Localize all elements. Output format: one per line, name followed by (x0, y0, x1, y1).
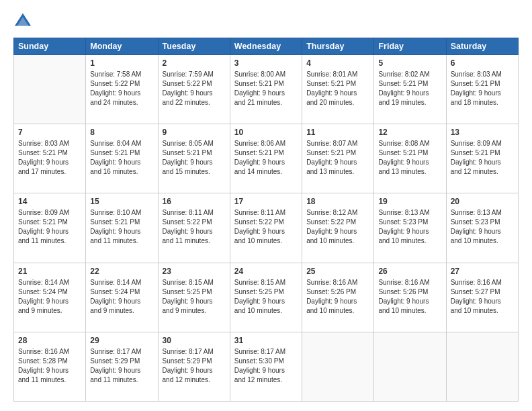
cell-text: Sunrise: 8:10 AMSunset: 5:21 PMDaylight:… (90, 208, 153, 246)
day-number: 9 (163, 128, 226, 137)
day-number: 29 (90, 336, 153, 345)
header (13, 12, 519, 31)
cell-text: Sunrise: 8:17 AMSunset: 5:29 PMDaylight:… (163, 347, 226, 385)
calendar-cell: 18Sunrise: 8:12 AMSunset: 5:22 PMDayligh… (302, 193, 374, 263)
calendar-week-2: 7Sunrise: 8:03 AMSunset: 5:21 PMDaylight… (14, 124, 519, 193)
calendar-header-row: SundayMondayTuesdayWednesdayThursdayFrid… (14, 38, 519, 55)
cell-text: Sunrise: 8:08 AMSunset: 5:21 PMDaylight:… (378, 139, 441, 177)
cell-text: Sunrise: 8:13 AMSunset: 5:23 PMDaylight:… (451, 208, 514, 246)
day-number: 14 (18, 197, 81, 206)
calendar-cell: 25Sunrise: 8:16 AMSunset: 5:26 PMDayligh… (302, 263, 374, 332)
calendar-cell: 12Sunrise: 8:08 AMSunset: 5:21 PMDayligh… (374, 124, 446, 193)
cell-text: Sunrise: 8:06 AMSunset: 5:21 PMDaylight:… (234, 139, 298, 177)
calendar-cell: 5Sunrise: 8:02 AMSunset: 5:21 PMDaylight… (374, 55, 446, 124)
calendar-cell (446, 332, 518, 401)
cell-text: Sunrise: 8:00 AMSunset: 5:21 PMDaylight:… (234, 70, 298, 107)
day-number: 24 (234, 267, 298, 276)
cell-text: Sunrise: 7:59 AMSunset: 5:22 PMDaylight:… (163, 70, 226, 107)
day-number: 22 (90, 267, 153, 276)
calendar-week-1: 1Sunrise: 7:58 AMSunset: 5:22 PMDaylight… (14, 55, 519, 124)
day-number: 18 (306, 197, 369, 206)
day-number: 21 (18, 267, 81, 276)
calendar-cell: 1Sunrise: 7:58 AMSunset: 5:22 PMDaylight… (86, 55, 158, 124)
cell-text: Sunrise: 8:09 AMSunset: 5:21 PMDaylight:… (451, 139, 514, 177)
calendar-cell: 10Sunrise: 8:06 AMSunset: 5:21 PMDayligh… (230, 124, 302, 193)
calendar-cell: 13Sunrise: 8:09 AMSunset: 5:21 PMDayligh… (446, 124, 518, 193)
calendar-cell: 3Sunrise: 8:00 AMSunset: 5:21 PMDaylight… (230, 55, 302, 124)
day-number: 25 (306, 267, 369, 276)
calendar-cell: 22Sunrise: 8:14 AMSunset: 5:24 PMDayligh… (86, 263, 158, 332)
cell-text: Sunrise: 8:17 AMSunset: 5:30 PMDaylight:… (234, 347, 298, 385)
calendar-cell (374, 332, 446, 401)
calendar-week-3: 14Sunrise: 8:09 AMSunset: 5:21 PMDayligh… (14, 193, 519, 263)
cell-text: Sunrise: 8:04 AMSunset: 5:21 PMDaylight:… (90, 139, 153, 177)
calendar-cell (302, 332, 374, 401)
cell-text: Sunrise: 8:16 AMSunset: 5:27 PMDaylight:… (451, 278, 514, 316)
day-number: 26 (378, 267, 441, 276)
calendar-cell: 23Sunrise: 8:15 AMSunset: 5:25 PMDayligh… (158, 263, 230, 332)
day-number: 7 (18, 128, 81, 137)
calendar-header-saturday: Saturday (446, 38, 518, 55)
day-number: 27 (451, 267, 514, 276)
day-number: 28 (18, 336, 81, 345)
cell-text: Sunrise: 8:05 AMSunset: 5:21 PMDaylight:… (163, 139, 226, 177)
calendar-cell: 6Sunrise: 8:03 AMSunset: 5:21 PMDaylight… (446, 55, 518, 124)
calendar-cell: 28Sunrise: 8:16 AMSunset: 5:28 PMDayligh… (14, 332, 86, 401)
cell-text: Sunrise: 8:15 AMSunset: 5:25 PMDaylight:… (234, 278, 298, 316)
cell-text: Sunrise: 8:03 AMSunset: 5:21 PMDaylight:… (451, 70, 514, 107)
calendar-header-wednesday: Wednesday (230, 38, 302, 55)
cell-text: Sunrise: 8:02 AMSunset: 5:21 PMDaylight:… (378, 70, 441, 107)
cell-text: Sunrise: 8:01 AMSunset: 5:21 PMDaylight:… (306, 70, 369, 107)
calendar-cell: 11Sunrise: 8:07 AMSunset: 5:21 PMDayligh… (302, 124, 374, 193)
calendar-cell: 2Sunrise: 7:59 AMSunset: 5:22 PMDaylight… (158, 55, 230, 124)
day-number: 3 (234, 58, 298, 68)
day-number: 8 (90, 128, 153, 137)
calendar-cell: 20Sunrise: 8:13 AMSunset: 5:23 PMDayligh… (446, 193, 518, 263)
calendar-cell: 26Sunrise: 8:16 AMSunset: 5:26 PMDayligh… (374, 263, 446, 332)
calendar-cell: 9Sunrise: 8:05 AMSunset: 5:21 PMDaylight… (158, 124, 230, 193)
cell-text: Sunrise: 8:11 AMSunset: 5:22 PMDaylight:… (234, 208, 298, 246)
calendar-cell (14, 55, 86, 124)
calendar-cell: 14Sunrise: 8:09 AMSunset: 5:21 PMDayligh… (14, 193, 86, 263)
calendar-cell: 19Sunrise: 8:13 AMSunset: 5:23 PMDayligh… (374, 193, 446, 263)
day-number: 31 (234, 336, 298, 345)
cell-text: Sunrise: 8:15 AMSunset: 5:25 PMDaylight:… (163, 278, 226, 316)
cell-text: Sunrise: 7:58 AMSunset: 5:22 PMDaylight:… (90, 70, 153, 107)
calendar-cell: 16Sunrise: 8:11 AMSunset: 5:22 PMDayligh… (158, 193, 230, 263)
calendar-cell: 21Sunrise: 8:14 AMSunset: 5:24 PMDayligh… (14, 263, 86, 332)
logo (13, 12, 35, 31)
day-number: 10 (234, 128, 298, 137)
calendar-header-sunday: Sunday (14, 38, 86, 55)
day-number: 13 (451, 128, 514, 137)
calendar-cell: 4Sunrise: 8:01 AMSunset: 5:21 PMDaylight… (302, 55, 374, 124)
calendar-cell: 15Sunrise: 8:10 AMSunset: 5:21 PMDayligh… (86, 193, 158, 263)
day-number: 30 (163, 336, 226, 345)
calendar-header-tuesday: Tuesday (158, 38, 230, 55)
day-number: 4 (306, 58, 369, 68)
cell-text: Sunrise: 8:16 AMSunset: 5:26 PMDaylight:… (306, 278, 369, 316)
calendar-cell: 8Sunrise: 8:04 AMSunset: 5:21 PMDaylight… (86, 124, 158, 193)
cell-text: Sunrise: 8:03 AMSunset: 5:21 PMDaylight:… (18, 139, 81, 177)
calendar-cell: 27Sunrise: 8:16 AMSunset: 5:27 PMDayligh… (446, 263, 518, 332)
day-number: 17 (234, 197, 298, 206)
day-number: 1 (90, 58, 153, 68)
logo-icon (13, 12, 32, 31)
cell-text: Sunrise: 8:11 AMSunset: 5:22 PMDaylight:… (163, 208, 226, 246)
day-number: 15 (90, 197, 153, 206)
day-number: 6 (451, 58, 514, 68)
day-number: 2 (163, 58, 226, 68)
cell-text: Sunrise: 8:07 AMSunset: 5:21 PMDaylight:… (306, 139, 369, 177)
calendar-cell: 30Sunrise: 8:17 AMSunset: 5:29 PMDayligh… (158, 332, 230, 401)
day-number: 16 (163, 197, 226, 206)
cell-text: Sunrise: 8:14 AMSunset: 5:24 PMDaylight:… (90, 278, 153, 316)
day-number: 20 (451, 197, 514, 206)
calendar-header-monday: Monday (86, 38, 158, 55)
cell-text: Sunrise: 8:14 AMSunset: 5:24 PMDaylight:… (18, 278, 81, 316)
calendar-week-5: 28Sunrise: 8:16 AMSunset: 5:28 PMDayligh… (14, 332, 519, 401)
calendar-cell: 17Sunrise: 8:11 AMSunset: 5:22 PMDayligh… (230, 193, 302, 263)
page: SundayMondayTuesdayWednesdayThursdayFrid… (0, 0, 532, 411)
day-number: 23 (163, 267, 226, 276)
calendar-cell: 7Sunrise: 8:03 AMSunset: 5:21 PMDaylight… (14, 124, 86, 193)
cell-text: Sunrise: 8:17 AMSunset: 5:29 PMDaylight:… (90, 347, 153, 385)
day-number: 5 (378, 58, 441, 68)
